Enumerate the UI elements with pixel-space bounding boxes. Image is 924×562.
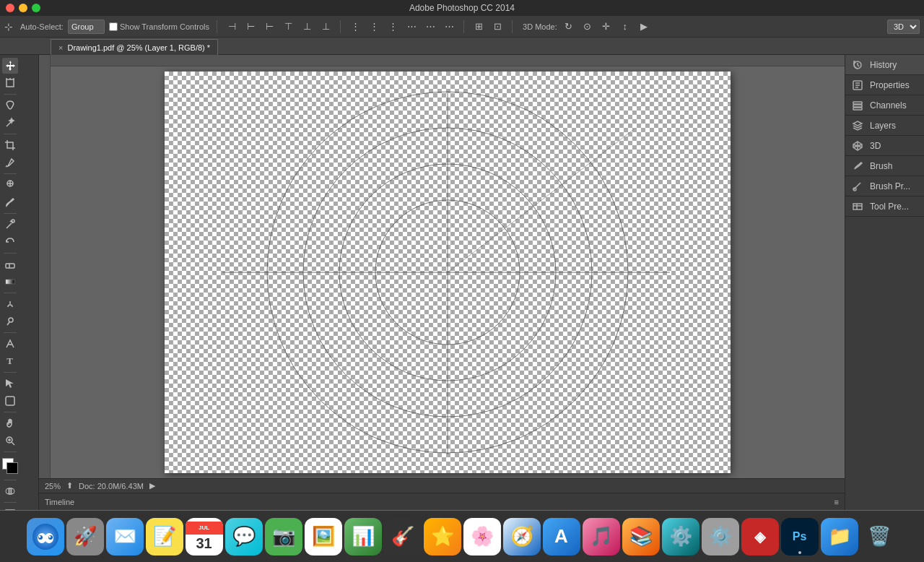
svg-rect-40 [853, 102, 862, 104]
export-icon[interactable]: ⬆ [66, 481, 73, 490]
dock-photos-app[interactable]: 🖼️ [305, 518, 342, 555]
dock-mail[interactable]: ✉️ [106, 518, 144, 555]
panel-properties[interactable]: Properties [845, 75, 924, 95]
content-area: T [0, 55, 924, 510]
3d-view-select[interactable]: 3D [887, 20, 920, 34]
dock-calendar[interactable]: JUL 31 [186, 518, 223, 555]
tool-crop[interactable] [2, 137, 18, 153]
tool-sep-9 [4, 412, 17, 412]
dist-right-icon[interactable]: ⋮ [385, 20, 400, 34]
dock-safari[interactable]: 🧭 [503, 518, 541, 555]
tool-quick-mask[interactable] [2, 483, 18, 499]
svg-rect-42 [853, 108, 862, 110]
dock-facetime[interactable]: 📷 [265, 518, 302, 555]
title-bar-title: Adobe Photoshop CC 2014 [409, 3, 515, 13]
dock-trash[interactable]: 🗑️ [860, 518, 898, 555]
tool-magic-wand[interactable] [2, 115, 18, 131]
align-top-icon[interactable]: ⊤ [281, 20, 295, 34]
dist-center-icon[interactable]: ⋮ [367, 20, 381, 34]
tool-history-brush[interactable] [2, 234, 18, 250]
dock-autocad[interactable]: ◈ [741, 518, 779, 555]
align-center-h-icon[interactable]: ⊢ [243, 20, 258, 34]
tool-pen[interactable] [2, 336, 18, 352]
canvas-area[interactable] [39, 55, 845, 478]
document-tab[interactable]: × Drawing1.pdf @ 25% (Layer 1, RGB/8) * [51, 39, 218, 55]
tool-shape[interactable] [2, 393, 18, 409]
tool-lasso[interactable] [2, 98, 18, 113]
dock-numbers[interactable]: 📊 [344, 518, 382, 555]
tool-sep-4 [4, 213, 17, 214]
center-panel: 25% ⬆ Doc: 20.0M/6.43M ▶ Timeline ≡ [39, 55, 845, 510]
dist-bottom-icon[interactable]: ⋯ [442, 20, 456, 34]
panel-layers[interactable]: Layers [845, 116, 924, 136]
dock-app-store[interactable]: A [543, 518, 580, 555]
panel-brush[interactable]: Brush [845, 156, 924, 176]
3d-rotate-icon[interactable]: ↻ [562, 20, 576, 34]
tool-eraser[interactable] [2, 256, 18, 272]
transform-controls-label[interactable]: Show Transform Controls [109, 22, 209, 31]
align-center-v-icon[interactable]: ⊥ [300, 20, 314, 34]
align-left-icon[interactable]: ⊣ [225, 20, 239, 34]
maximize-button[interactable] [32, 4, 40, 12]
doc-info-expand[interactable]: ▶ [149, 481, 155, 490]
dock-garageband[interactable]: 🎸 [384, 518, 422, 555]
panel-brush-presets-label: Brush Pr... [870, 181, 910, 191]
tool-healing[interactable] [2, 177, 18, 193]
transform-icon[interactable]: ⊡ [490, 20, 505, 34]
tool-brush[interactable] [2, 194, 18, 210]
dock-itunes[interactable]: 🎵 [583, 518, 620, 555]
arrange-icon[interactable]: ⊞ [471, 20, 486, 34]
align-bottom-icon[interactable]: ⊥ [318, 20, 333, 34]
3d-slide-icon[interactable]: ↕ [618, 20, 632, 34]
tool-eyedropper[interactable] [2, 155, 18, 170]
panel-channels[interactable]: Channels [845, 95, 924, 116]
tool-text[interactable]: T [2, 353, 18, 369]
auto-select-dropdown[interactable]: Group Layer [68, 20, 105, 34]
color-swatch[interactable] [2, 458, 18, 474]
foreground-color[interactable] [6, 462, 18, 474]
dock-arduino[interactable]: ⚙️ [662, 518, 699, 555]
3d-scale-icon[interactable]: ▶ [637, 20, 651, 34]
tool-move[interactable] [2, 58, 18, 74]
tab-bar: × Drawing1.pdf @ 25% (Layer 1, RGB/8) * [0, 38, 924, 55]
tool-zoom[interactable] [2, 433, 18, 449]
panel-tool-presets[interactable]: Tool Pre... [845, 196, 924, 217]
panel-history[interactable]: History [845, 55, 924, 75]
dock-photos[interactable]: 🌸 [463, 518, 501, 555]
brush-icon [851, 160, 864, 173]
tool-clone[interactable] [2, 217, 18, 233]
dock-notes[interactable]: 📝 [146, 518, 183, 555]
dock-ibooks[interactable]: 📚 [622, 518, 660, 555]
timeline-collapse-icon[interactable]: ≡ [834, 498, 839, 506]
dock-folder[interactable]: 📁 [821, 518, 858, 555]
tool-path-select[interactable] [2, 376, 18, 392]
close-button[interactable] [6, 4, 14, 12]
3d-pan-icon[interactable]: ✛ [599, 20, 614, 34]
history-icon [851, 59, 864, 72]
tab-close-button[interactable]: × [58, 43, 63, 52]
dock-photoshop[interactable]: Ps [781, 518, 819, 555]
panel-brush-presets[interactable]: Brush Pr... [845, 176, 924, 196]
panel-3d[interactable]: 3D [845, 136, 924, 156]
panel-tool-presets-label: Tool Pre... [870, 202, 909, 212]
tool-blur[interactable] [2, 296, 18, 312]
tool-hand[interactable] [2, 415, 18, 431]
svg-marker-15 [6, 379, 14, 388]
dock-finder[interactable] [27, 518, 64, 555]
dist-left-icon[interactable]: ⋮ [348, 20, 362, 34]
align-right-icon[interactable]: ⊢ [262, 20, 276, 34]
dock-launchpad[interactable]: 🚀 [66, 518, 104, 555]
minimize-button[interactable] [19, 4, 27, 12]
3d-roll-icon[interactable]: ⊙ [580, 20, 595, 34]
transform-controls-checkbox[interactable] [109, 22, 118, 31]
tool-gradient[interactable] [2, 274, 18, 290]
tool-dodge[interactable] [2, 314, 18, 329]
svg-point-14 [9, 318, 13, 322]
dock-messages[interactable]: 💬 [225, 518, 263, 555]
dock-ilife[interactable]: ⭐ [424, 518, 461, 555]
tool-artboard[interactable] [2, 75, 18, 91]
properties-icon [851, 79, 864, 92]
dist-vcenter-icon[interactable]: ⋯ [423, 20, 437, 34]
dock-system-prefs[interactable]: ⚙️ [702, 518, 739, 555]
dist-top-icon[interactable]: ⋯ [404, 20, 419, 34]
